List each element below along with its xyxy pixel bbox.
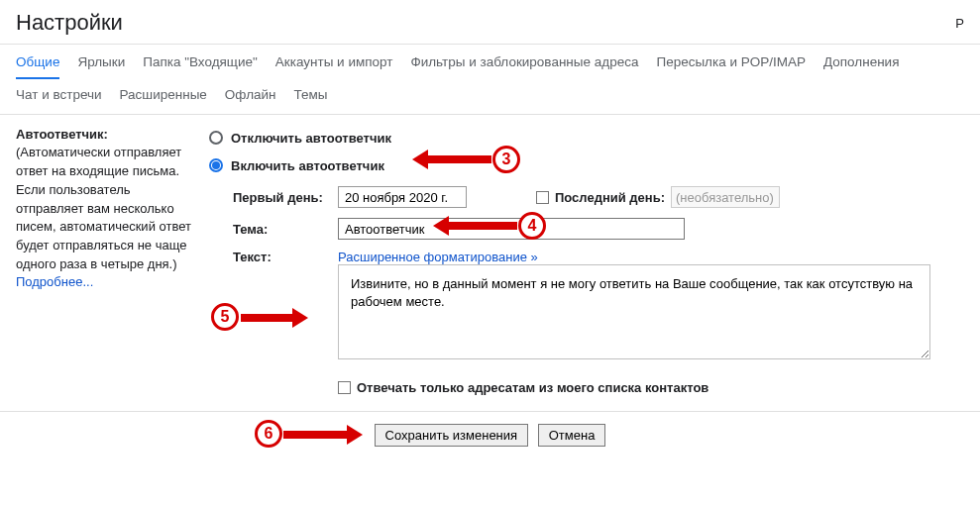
tab-2[interactable]: Папка "Входящие": [143, 45, 258, 79]
autoresponder-section-desc: (Автоматически отправляет ответ на входя…: [16, 144, 199, 274]
first-day-input[interactable]: [338, 186, 467, 208]
subject-label: Тема:: [233, 222, 338, 237]
settings-tabs-row-2: Чат и встречиРасширенныеОфлайнТемы: [16, 79, 964, 114]
tab-6[interactable]: Дополнения: [823, 45, 899, 79]
last-day-input: [671, 186, 780, 208]
tab2-3[interactable]: Темы: [294, 79, 328, 110]
tab2-2[interactable]: Офлайн: [225, 79, 276, 110]
last-day-label: Последний день:: [555, 190, 665, 205]
autoresponder-on-radio[interactable]: [209, 158, 223, 172]
rich-formatting-link[interactable]: Расширенное форматирование »: [338, 250, 930, 264]
contacts-only-checkbox[interactable]: [338, 381, 351, 394]
lang-indicator: Р: [955, 16, 964, 31]
tab-3[interactable]: Аккаунты и импорт: [275, 45, 393, 79]
autoresponder-learn-more-link[interactable]: Подробнее...: [16, 274, 199, 289]
tab2-1[interactable]: Расширенные: [120, 79, 207, 110]
autoresponder-off-label: Отключить автоответчик: [231, 131, 391, 146]
contacts-only-label: Отвечать только адресатам из моего списк…: [357, 380, 708, 395]
cancel-button[interactable]: Отмена: [538, 424, 606, 447]
autoresponder-off-radio[interactable]: [209, 131, 223, 145]
tab2-0[interactable]: Чат и встречи: [16, 79, 102, 110]
annotation-6: 6: [255, 420, 282, 448]
autoresponder-section-label: Автоответчик:: [16, 127, 199, 142]
tab-1[interactable]: Ярлыки: [77, 45, 125, 79]
page-title: Настройки: [16, 10, 123, 36]
autoresponder-on-label: Включить автоответчик: [231, 158, 384, 173]
body-textarea[interactable]: [338, 264, 930, 359]
save-button[interactable]: Сохранить изменения: [375, 424, 529, 447]
subject-input[interactable]: [338, 218, 685, 240]
first-day-label: Первый день:: [233, 190, 338, 205]
last-day-checkbox[interactable]: [536, 191, 549, 204]
tab-5[interactable]: Пересылка и POP/IMAP: [656, 45, 806, 79]
settings-tabs-row-1: ОбщиеЯрлыкиПапка "Входящие"Аккаунты и им…: [16, 45, 964, 79]
tab-0[interactable]: Общие: [16, 45, 59, 79]
tab-4[interactable]: Фильтры и заблокированные адреса: [410, 45, 638, 79]
body-label: Текст:: [233, 250, 338, 264]
